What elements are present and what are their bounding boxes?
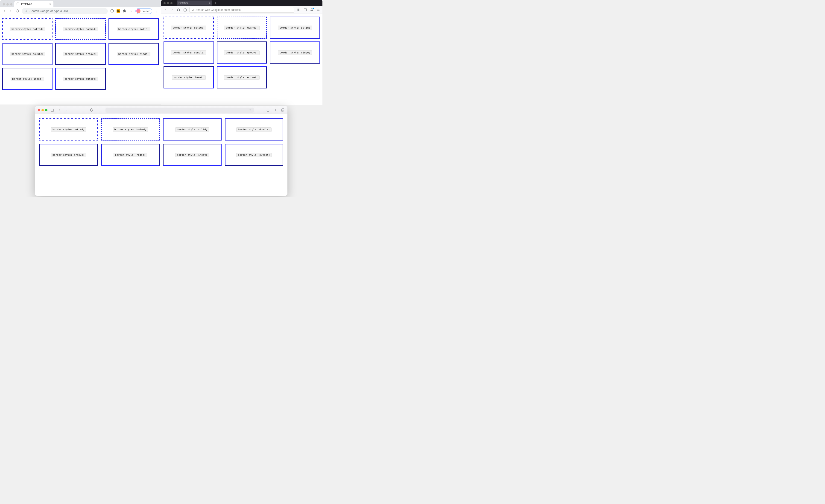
search-icon xyxy=(24,9,28,13)
svg-rect-26 xyxy=(282,109,284,111)
svg-line-14 xyxy=(300,9,300,11)
border-demo-box-dashed: border-style: dashed; xyxy=(101,119,160,141)
border-demo-box-dotted: border-style: dotted; xyxy=(2,18,53,40)
border-style-label: border-style: inset; xyxy=(172,75,206,80)
border-style-label: border-style: solid; xyxy=(175,127,209,132)
border-demo-box-inset: border-style: inset; xyxy=(163,66,214,88)
home-button[interactable] xyxy=(183,8,187,12)
border-style-label: border-style: outset; xyxy=(236,153,272,157)
chrome-window: Prototype × + Search Google or type a UR… xyxy=(0,0,161,105)
firefox-toolbar: Search with Google or enter address xyxy=(161,6,322,14)
back-button[interactable] xyxy=(2,9,6,13)
toolbar-actions xyxy=(297,8,320,12)
library-icon[interactable] xyxy=(297,8,301,12)
toolbar-actions xyxy=(266,108,285,112)
svg-point-7 xyxy=(156,10,157,10)
border-style-label: border-style: ridge; xyxy=(278,51,312,55)
close-window-icon[interactable] xyxy=(3,3,5,6)
reload-icon[interactable] xyxy=(248,108,252,112)
reload-button[interactable] xyxy=(176,8,180,12)
tabs-overview-icon[interactable] xyxy=(281,108,285,112)
svg-point-8 xyxy=(156,11,157,11)
border-style-grid: border-style: dotted;border-style: dashe… xyxy=(2,18,159,90)
page-content: border-style: dotted;border-style: dashe… xyxy=(161,14,322,105)
address-bar[interactable]: Search Google or type a URL xyxy=(22,8,108,14)
minimize-window-icon[interactable] xyxy=(42,109,44,111)
extensions-menu-icon[interactable] xyxy=(123,9,127,13)
sidebar-toggle-icon[interactable] xyxy=(50,108,54,112)
extension-icon[interactable]: JS xyxy=(117,9,120,13)
minimize-window-icon[interactable] xyxy=(6,3,9,6)
window-controls xyxy=(38,109,48,111)
close-window-icon[interactable] xyxy=(163,2,166,4)
tab-title: Prototype xyxy=(178,2,189,4)
info-icon[interactable] xyxy=(110,9,114,13)
minimize-window-icon[interactable] xyxy=(167,2,169,4)
border-style-label: border-style: double; xyxy=(10,52,45,56)
border-demo-box-dashed: border-style: dashed; xyxy=(217,17,267,39)
border-demo-box-double: border-style: double; xyxy=(163,42,214,64)
border-style-label: border-style: groove; xyxy=(51,153,86,157)
safari-window: border-style: dotted;border-style: dashe… xyxy=(35,106,287,196)
close-tab-icon[interactable]: × xyxy=(49,2,51,6)
address-bar[interactable] xyxy=(105,107,254,113)
border-style-label: border-style: solid; xyxy=(278,25,312,30)
maximize-window-icon[interactable] xyxy=(45,109,48,111)
window-controls xyxy=(2,3,14,7)
kebab-menu-icon[interactable] xyxy=(155,9,159,13)
shield-icon[interactable] xyxy=(89,108,93,112)
border-style-grid: border-style: dotted;border-style: dashe… xyxy=(39,119,283,166)
globe-icon xyxy=(17,3,19,5)
border-style-label: border-style: solid; xyxy=(117,27,150,31)
sidebar-icon[interactable] xyxy=(303,8,307,12)
chrome-toolbar: Search Google or type a URL JS Paused xyxy=(0,7,161,15)
forward-button[interactable] xyxy=(170,8,174,12)
account-icon[interactable] xyxy=(310,8,314,12)
border-demo-box-inset: border-style: inset; xyxy=(163,144,222,166)
border-demo-box-dashed: border-style: dashed; xyxy=(55,18,105,40)
forward-button[interactable] xyxy=(9,9,13,13)
avatar-icon xyxy=(136,9,141,13)
forward-button[interactable] xyxy=(64,108,68,112)
profile-label: Paused xyxy=(142,10,150,12)
close-window-icon[interactable] xyxy=(38,109,40,111)
border-demo-box-ridge: border-style: ridge; xyxy=(270,42,320,64)
border-demo-box-double: border-style: double; xyxy=(2,43,53,65)
browser-tab[interactable]: Prototype × xyxy=(14,1,54,7)
browser-tab[interactable]: Prototype × xyxy=(177,0,212,6)
hamburger-menu-icon[interactable] xyxy=(316,8,320,12)
maximize-window-icon[interactable] xyxy=(10,3,12,6)
border-demo-box-solid: border-style: solid; xyxy=(108,18,159,40)
svg-point-9 xyxy=(156,11,157,12)
border-style-label: border-style: dotted; xyxy=(10,27,45,31)
new-tab-button[interactable]: + xyxy=(212,1,219,5)
new-tab-icon[interactable] xyxy=(273,108,277,112)
border-style-label: border-style: dotted; xyxy=(51,127,86,132)
chrome-tabstrip: Prototype × + xyxy=(0,0,161,7)
svg-rect-21 xyxy=(51,109,54,111)
toolbar-actions: JS Paused xyxy=(110,8,159,14)
profile-button[interactable]: Paused xyxy=(135,8,152,14)
back-button[interactable] xyxy=(57,108,61,112)
border-demo-box-outset: border-style: outset; xyxy=(225,144,284,166)
border-style-label: border-style: ridge; xyxy=(117,52,150,56)
reading-list-icon[interactable] xyxy=(129,9,133,13)
omnibox-placeholder: Search Google or type a URL xyxy=(29,9,69,13)
window-controls xyxy=(163,2,174,4)
maximize-window-icon[interactable] xyxy=(170,2,172,4)
close-tab-icon[interactable]: × xyxy=(209,2,211,4)
border-style-label: border-style: inset; xyxy=(11,77,44,81)
border-demo-box-groove: border-style: groove; xyxy=(55,43,105,65)
border-demo-box-double: border-style: double; xyxy=(225,119,284,141)
reload-button[interactable] xyxy=(15,9,19,13)
search-icon xyxy=(192,8,194,11)
border-demo-box-dotted: border-style: dotted; xyxy=(39,119,98,141)
back-button[interactable] xyxy=(163,8,168,12)
svg-rect-15 xyxy=(304,9,306,11)
share-icon[interactable] xyxy=(266,108,270,112)
new-tab-button[interactable]: + xyxy=(54,2,60,7)
border-demo-box-outset: border-style: outset; xyxy=(217,66,267,88)
address-bar[interactable]: Search with Google or enter address xyxy=(189,7,294,13)
border-demo-box-groove: border-style: groove; xyxy=(217,42,267,64)
border-style-label: border-style: dashed; xyxy=(224,25,259,30)
